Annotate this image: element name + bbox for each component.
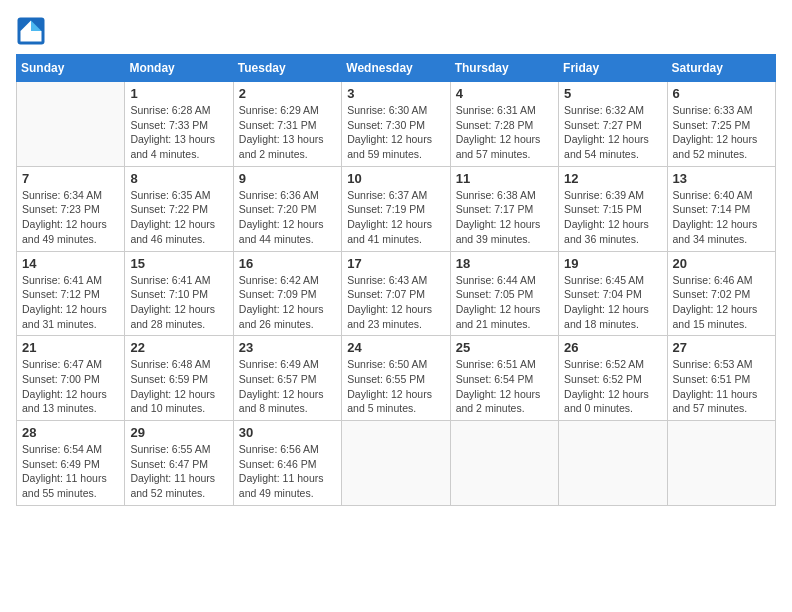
- logo: [16, 16, 50, 46]
- day-detail: Sunrise: 6:36 AM Sunset: 7:20 PM Dayligh…: [239, 188, 336, 247]
- day-number: 12: [564, 171, 661, 186]
- weekday-header: Tuesday: [233, 55, 341, 82]
- calendar-cell: 21Sunrise: 6:47 AM Sunset: 7:00 PM Dayli…: [17, 336, 125, 421]
- day-number: 27: [673, 340, 770, 355]
- weekday-header: Monday: [125, 55, 233, 82]
- day-number: 15: [130, 256, 227, 271]
- calendar-cell: 12Sunrise: 6:39 AM Sunset: 7:15 PM Dayli…: [559, 166, 667, 251]
- svg-marker-2: [31, 31, 42, 42]
- calendar-cell: 19Sunrise: 6:45 AM Sunset: 7:04 PM Dayli…: [559, 251, 667, 336]
- calendar-cell: 11Sunrise: 6:38 AM Sunset: 7:17 PM Dayli…: [450, 166, 558, 251]
- weekday-header: Sunday: [17, 55, 125, 82]
- calendar-cell: 4Sunrise: 6:31 AM Sunset: 7:28 PM Daylig…: [450, 82, 558, 167]
- day-detail: Sunrise: 6:40 AM Sunset: 7:14 PM Dayligh…: [673, 188, 770, 247]
- day-number: 23: [239, 340, 336, 355]
- day-number: 10: [347, 171, 444, 186]
- calendar-cell: 5Sunrise: 6:32 AM Sunset: 7:27 PM Daylig…: [559, 82, 667, 167]
- calendar-cell: [559, 421, 667, 506]
- day-detail: Sunrise: 6:33 AM Sunset: 7:25 PM Dayligh…: [673, 103, 770, 162]
- weekday-header: Wednesday: [342, 55, 450, 82]
- day-number: 1: [130, 86, 227, 101]
- day-number: 22: [130, 340, 227, 355]
- calendar-header-row: SundayMondayTuesdayWednesdayThursdayFrid…: [17, 55, 776, 82]
- weekday-header: Saturday: [667, 55, 775, 82]
- day-detail: Sunrise: 6:45 AM Sunset: 7:04 PM Dayligh…: [564, 273, 661, 332]
- day-number: 29: [130, 425, 227, 440]
- day-number: 19: [564, 256, 661, 271]
- calendar-week-row: 21Sunrise: 6:47 AM Sunset: 7:00 PM Dayli…: [17, 336, 776, 421]
- day-number: 6: [673, 86, 770, 101]
- day-number: 9: [239, 171, 336, 186]
- day-detail: Sunrise: 6:49 AM Sunset: 6:57 PM Dayligh…: [239, 357, 336, 416]
- calendar-week-row: 7Sunrise: 6:34 AM Sunset: 7:23 PM Daylig…: [17, 166, 776, 251]
- day-detail: Sunrise: 6:47 AM Sunset: 7:00 PM Dayligh…: [22, 357, 119, 416]
- day-number: 13: [673, 171, 770, 186]
- day-number: 2: [239, 86, 336, 101]
- day-number: 14: [22, 256, 119, 271]
- day-detail: Sunrise: 6:50 AM Sunset: 6:55 PM Dayligh…: [347, 357, 444, 416]
- day-number: 28: [22, 425, 119, 440]
- day-detail: Sunrise: 6:44 AM Sunset: 7:05 PM Dayligh…: [456, 273, 553, 332]
- calendar-cell: 3Sunrise: 6:30 AM Sunset: 7:30 PM Daylig…: [342, 82, 450, 167]
- calendar-cell: 22Sunrise: 6:48 AM Sunset: 6:59 PM Dayli…: [125, 336, 233, 421]
- day-detail: Sunrise: 6:41 AM Sunset: 7:12 PM Dayligh…: [22, 273, 119, 332]
- day-number: 16: [239, 256, 336, 271]
- day-detail: Sunrise: 6:53 AM Sunset: 6:51 PM Dayligh…: [673, 357, 770, 416]
- day-detail: Sunrise: 6:39 AM Sunset: 7:15 PM Dayligh…: [564, 188, 661, 247]
- day-detail: Sunrise: 6:42 AM Sunset: 7:09 PM Dayligh…: [239, 273, 336, 332]
- calendar-week-row: 28Sunrise: 6:54 AM Sunset: 6:49 PM Dayli…: [17, 421, 776, 506]
- day-detail: Sunrise: 6:56 AM Sunset: 6:46 PM Dayligh…: [239, 442, 336, 501]
- calendar-cell: 2Sunrise: 6:29 AM Sunset: 7:31 PM Daylig…: [233, 82, 341, 167]
- day-detail: Sunrise: 6:32 AM Sunset: 7:27 PM Dayligh…: [564, 103, 661, 162]
- day-detail: Sunrise: 6:43 AM Sunset: 7:07 PM Dayligh…: [347, 273, 444, 332]
- calendar-cell: [342, 421, 450, 506]
- calendar-cell: 6Sunrise: 6:33 AM Sunset: 7:25 PM Daylig…: [667, 82, 775, 167]
- calendar-cell: 20Sunrise: 6:46 AM Sunset: 7:02 PM Dayli…: [667, 251, 775, 336]
- day-detail: Sunrise: 6:48 AM Sunset: 6:59 PM Dayligh…: [130, 357, 227, 416]
- weekday-header: Friday: [559, 55, 667, 82]
- calendar-cell: 26Sunrise: 6:52 AM Sunset: 6:52 PM Dayli…: [559, 336, 667, 421]
- day-number: 7: [22, 171, 119, 186]
- day-detail: Sunrise: 6:51 AM Sunset: 6:54 PM Dayligh…: [456, 357, 553, 416]
- day-detail: Sunrise: 6:29 AM Sunset: 7:31 PM Dayligh…: [239, 103, 336, 162]
- calendar-cell: 9Sunrise: 6:36 AM Sunset: 7:20 PM Daylig…: [233, 166, 341, 251]
- day-detail: Sunrise: 6:28 AM Sunset: 7:33 PM Dayligh…: [130, 103, 227, 162]
- calendar-cell: 23Sunrise: 6:49 AM Sunset: 6:57 PM Dayli…: [233, 336, 341, 421]
- day-detail: Sunrise: 6:46 AM Sunset: 7:02 PM Dayligh…: [673, 273, 770, 332]
- calendar-cell: 13Sunrise: 6:40 AM Sunset: 7:14 PM Dayli…: [667, 166, 775, 251]
- calendar-table: SundayMondayTuesdayWednesdayThursdayFrid…: [16, 54, 776, 506]
- day-detail: Sunrise: 6:35 AM Sunset: 7:22 PM Dayligh…: [130, 188, 227, 247]
- day-number: 20: [673, 256, 770, 271]
- calendar-cell: 29Sunrise: 6:55 AM Sunset: 6:47 PM Dayli…: [125, 421, 233, 506]
- day-detail: Sunrise: 6:38 AM Sunset: 7:17 PM Dayligh…: [456, 188, 553, 247]
- day-detail: Sunrise: 6:34 AM Sunset: 7:23 PM Dayligh…: [22, 188, 119, 247]
- calendar-cell: [450, 421, 558, 506]
- day-detail: Sunrise: 6:52 AM Sunset: 6:52 PM Dayligh…: [564, 357, 661, 416]
- page-header: [16, 16, 776, 46]
- calendar-cell: 24Sunrise: 6:50 AM Sunset: 6:55 PM Dayli…: [342, 336, 450, 421]
- calendar-cell: 17Sunrise: 6:43 AM Sunset: 7:07 PM Dayli…: [342, 251, 450, 336]
- day-number: 30: [239, 425, 336, 440]
- day-number: 21: [22, 340, 119, 355]
- calendar-cell: [667, 421, 775, 506]
- calendar-cell: 27Sunrise: 6:53 AM Sunset: 6:51 PM Dayli…: [667, 336, 775, 421]
- day-detail: Sunrise: 6:55 AM Sunset: 6:47 PM Dayligh…: [130, 442, 227, 501]
- day-detail: Sunrise: 6:31 AM Sunset: 7:28 PM Dayligh…: [456, 103, 553, 162]
- calendar-cell: 1Sunrise: 6:28 AM Sunset: 7:33 PM Daylig…: [125, 82, 233, 167]
- day-number: 5: [564, 86, 661, 101]
- calendar-cell: 18Sunrise: 6:44 AM Sunset: 7:05 PM Dayli…: [450, 251, 558, 336]
- day-number: 4: [456, 86, 553, 101]
- day-number: 26: [564, 340, 661, 355]
- day-number: 24: [347, 340, 444, 355]
- day-detail: Sunrise: 6:54 AM Sunset: 6:49 PM Dayligh…: [22, 442, 119, 501]
- day-number: 3: [347, 86, 444, 101]
- calendar-cell: 7Sunrise: 6:34 AM Sunset: 7:23 PM Daylig…: [17, 166, 125, 251]
- calendar-cell: 30Sunrise: 6:56 AM Sunset: 6:46 PM Dayli…: [233, 421, 341, 506]
- day-detail: Sunrise: 6:41 AM Sunset: 7:10 PM Dayligh…: [130, 273, 227, 332]
- calendar-cell: 16Sunrise: 6:42 AM Sunset: 7:09 PM Dayli…: [233, 251, 341, 336]
- calendar-cell: 8Sunrise: 6:35 AM Sunset: 7:22 PM Daylig…: [125, 166, 233, 251]
- logo-icon: [16, 16, 46, 46]
- day-number: 17: [347, 256, 444, 271]
- day-number: 8: [130, 171, 227, 186]
- calendar-cell: [17, 82, 125, 167]
